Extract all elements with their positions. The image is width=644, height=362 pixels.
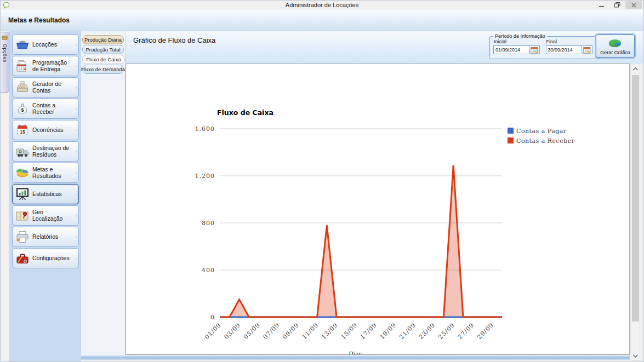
tab-producao-diaria[interactable]: Produção Diária <box>82 35 124 44</box>
delivery-schedule-icon <box>13 60 32 73</box>
generate-chart-button[interactable]: Gerar Gráfico <box>596 35 635 58</box>
svg-text:19/09: 19/09 <box>379 321 398 341</box>
content-title: Gráfico de Fluxo de Caixa <box>133 36 215 44</box>
window-title: Administrador de Locações <box>1 2 643 8</box>
vertical-scrollbar[interactable] <box>631 64 640 361</box>
options-tab-label: Opções <box>2 44 8 62</box>
svg-text:05/09: 05/09 <box>242 321 261 341</box>
svg-text:11/09: 11/09 <box>301 321 320 341</box>
svg-text:09/09: 09/09 <box>281 321 300 341</box>
scrollbar-thumb[interactable] <box>632 75 639 321</box>
sidebar-item-geo-localizacao[interactable]: Geo Localização ‹ <box>12 205 79 226</box>
svg-text:07/09: 07/09 <box>262 321 281 341</box>
money-bag-icon: $ <box>13 102 32 116</box>
svg-text:0: 0 <box>210 314 215 321</box>
sidebar-item-relatorios[interactable]: Relatórios ‹ <box>12 227 79 247</box>
chevron-left-icon: ‹ <box>76 127 78 133</box>
app-window: Administrador de Locações Metas e Result… <box>0 0 644 362</box>
sidebar-item-estatisticas[interactable]: Estatísticas ‹ <box>12 184 79 204</box>
svg-text:23/09: 23/09 <box>418 321 437 341</box>
chevron-left-icon: ‹ <box>76 169 78 176</box>
cash-register-icon <box>13 81 32 94</box>
svg-text:Contas a Receber: Contas a Receber <box>516 137 575 145</box>
container-icon <box>13 38 32 51</box>
tab-fluxo-de-caixa[interactable]: Fluxo de Caixa <box>82 55 125 64</box>
svg-text:1.200: 1.200 <box>195 173 215 180</box>
close-button[interactable] <box>625 1 642 9</box>
chevron-left-icon: ‹ <box>76 212 78 219</box>
sidebar-item-ocorrencias[interactable]: 15 Ocorrências ‹ <box>12 120 79 140</box>
waste-truck-icon: ♻ <box>13 145 32 158</box>
svg-text:1.600: 1.600 <box>195 125 215 133</box>
sidebar-item-programacao-entrega[interactable]: Programação de Entrega ‹ <box>12 56 79 76</box>
chevron-left-icon: ‹ <box>76 41 78 48</box>
sidebar-item-destinacao-residuos[interactable]: ♻ Destinação de Resíduos ‹ <box>12 141 79 162</box>
chevron-left-icon: ‹ <box>76 62 78 69</box>
chevron-left-icon: ‹ <box>76 191 78 197</box>
initial-calendar-button[interactable] <box>529 45 540 54</box>
statistics-icon <box>13 188 32 201</box>
svg-text:800: 800 <box>202 220 215 227</box>
svg-text:25/09: 25/09 <box>437 321 456 341</box>
calendar-icon: 15 <box>13 124 32 137</box>
sidebar-item-locacoes[interactable]: Locações ‹ <box>12 35 79 55</box>
period-panel: Período de Informação Inicial Final <box>489 33 601 59</box>
tab-producao-total[interactable]: Produção Total <box>82 45 124 54</box>
chart-panel: 04008001.2001.60001/0903/0905/0907/0909/… <box>126 64 630 355</box>
svg-text:03/09: 03/09 <box>223 321 242 341</box>
options-icon <box>2 33 8 43</box>
svg-text:13/09: 13/09 <box>320 321 339 341</box>
svg-text:15/09: 15/09 <box>340 321 359 341</box>
titlebar: Administrador de Locações <box>1 1 643 9</box>
chevron-left-icon: ‹ <box>76 148 78 154</box>
generate-chart-label: Gerar Gráfico <box>600 50 630 55</box>
chevron-left-icon: ‹ <box>76 105 78 112</box>
restore-button[interactable] <box>610 1 624 9</box>
final-date-input[interactable] <box>546 45 582 54</box>
sidebar-item-gerador-contas[interactable]: Gerador de Contas ‹ <box>12 77 79 97</box>
sidebar-item-contas-receber[interactable]: $ Contas a Receber ‹ <box>12 99 79 119</box>
sidebar: Locações ‹ Programação de Entrega ‹ Gera… <box>9 31 81 362</box>
content-header: Gráfico de Fluxo de Caixa Período de Inf… <box>126 31 644 64</box>
tab-fluxo-de-demanda[interactable]: Fluxo de Demanda <box>82 65 124 74</box>
bottom-strip <box>81 355 630 360</box>
svg-text:27/09: 27/09 <box>457 321 476 341</box>
pie-chart-icon <box>607 37 624 49</box>
scroll-up-button[interactable] <box>631 64 640 73</box>
svg-text:♻: ♻ <box>18 149 22 154</box>
initial-date-input[interactable] <box>493 45 529 54</box>
svg-text:Fluxo de Caixa: Fluxo de Caixa <box>217 108 273 117</box>
svg-text:Contas a Pagar: Contas a Pagar <box>516 128 567 135</box>
printer-icon <box>13 231 32 244</box>
svg-text:29/09: 29/09 <box>476 321 495 341</box>
map-pin-icon <box>13 209 32 222</box>
toolbox-icon <box>13 252 32 265</box>
svg-text:$: $ <box>21 107 24 112</box>
scroll-down-button[interactable] <box>631 351 640 360</box>
svg-text:Dias: Dias <box>348 350 362 354</box>
initial-date-label: Inicial <box>494 39 540 44</box>
svg-text:01/09: 01/09 <box>203 321 223 341</box>
sidebar-item-metas-resultados[interactable]: Metas e Resultados ‹ <box>12 163 79 183</box>
chevron-left-icon: ‹ <box>76 233 78 240</box>
page-title: Metas e Resultados <box>8 16 70 24</box>
minimize-button[interactable] <box>595 1 609 9</box>
page-header: Metas e Resultados <box>1 10 643 31</box>
subtab-strip: Produção Diária Produção Total Fluxo de … <box>81 31 126 355</box>
chevron-left-icon: ‹ <box>76 255 78 261</box>
svg-text:17/09: 17/09 <box>359 321 378 341</box>
final-calendar-button[interactable] <box>582 45 592 54</box>
final-date-label: Final <box>546 39 592 44</box>
options-tab[interactable]: Opções <box>1 32 9 93</box>
cashflow-chart: 04008001.2001.60001/0903/0905/0907/0909/… <box>126 64 629 354</box>
pie-chart-icon <box>13 166 32 180</box>
period-panel-title: Período de Informação <box>493 33 547 39</box>
panel-edge <box>629 64 630 355</box>
svg-text:21/09: 21/09 <box>398 321 417 341</box>
svg-text:400: 400 <box>202 267 215 274</box>
sidebar-item-configuracoes[interactable]: Configurações ‹ <box>12 248 79 268</box>
svg-text:15: 15 <box>20 129 25 134</box>
chevron-left-icon: ‹ <box>76 84 78 90</box>
